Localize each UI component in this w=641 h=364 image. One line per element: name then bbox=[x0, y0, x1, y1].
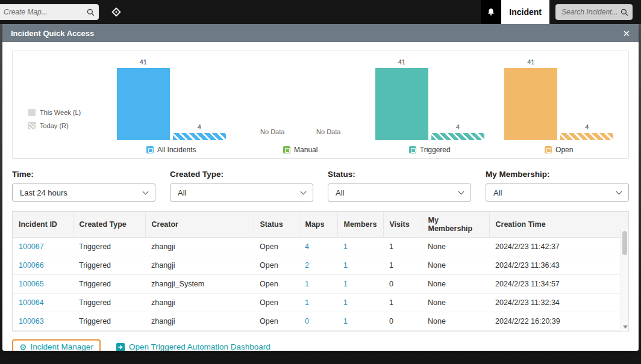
maps-link[interactable]: 2 bbox=[305, 261, 309, 270]
bar-value-label: 4 bbox=[456, 123, 460, 131]
visits-cell: 1 bbox=[389, 298, 393, 307]
group-label-text: Manual bbox=[294, 146, 317, 154]
filter-bar: Time: Last 24 hours Created Type: All St… bbox=[12, 170, 629, 202]
no-data-label: No Data bbox=[316, 128, 340, 135]
incident-searchbox[interactable] bbox=[555, 4, 633, 20]
all-incidents-icon bbox=[146, 146, 154, 153]
maps-link[interactable]: 0 bbox=[305, 317, 309, 325]
table-scrollbar[interactable] bbox=[621, 229, 628, 331]
open-dashboard-label: Open Triggered Automation Dashboard bbox=[129, 342, 270, 351]
incident-table: Incident ID Created Type Creator Status … bbox=[12, 211, 629, 332]
triggered-icon bbox=[409, 146, 416, 153]
group-label-triggered: Triggered bbox=[409, 146, 451, 154]
table-row[interactable]: 100063 Triggered zhangji Open 0 1 0 None… bbox=[13, 312, 628, 331]
creator-cell: zhangji bbox=[151, 317, 175, 325]
incident-button[interactable]: Incident bbox=[481, 0, 549, 24]
members-link[interactable]: 1 bbox=[343, 242, 348, 251]
col-header[interactable]: My Membership bbox=[422, 212, 489, 238]
membership-filter: My Membership: All bbox=[486, 170, 629, 202]
modal-body: This Week (L) Today (R) 41 bbox=[2, 42, 639, 351]
created-type-cell: Triggered bbox=[79, 280, 111, 288]
table-row[interactable]: 100066 Triggered zhangji Open 2 1 1 None… bbox=[13, 256, 628, 275]
top-bar: Incident bbox=[0, 0, 641, 24]
status-cell: Open bbox=[260, 280, 278, 288]
today-bar[interactable] bbox=[173, 133, 226, 140]
created-type-cell: Triggered bbox=[79, 261, 111, 270]
open-dashboard-link[interactable]: Open Triggered Automation Dashboard bbox=[116, 342, 270, 351]
membership-cell: None bbox=[428, 261, 446, 270]
group-label-open: Open bbox=[545, 146, 573, 154]
created-type-cell: Triggered bbox=[79, 298, 111, 307]
col-header[interactable]: Maps bbox=[299, 212, 337, 238]
status-filter-select[interactable]: All bbox=[328, 184, 471, 202]
membership-filter-select[interactable]: All bbox=[486, 184, 629, 202]
table-row[interactable]: 100064 Triggered zhangji Open 1 1 1 None… bbox=[13, 294, 628, 312]
bar-value-label: 41 bbox=[527, 58, 534, 66]
close-icon[interactable]: ✕ bbox=[622, 29, 630, 38]
time-filter-select[interactable]: Last 24 hours bbox=[12, 184, 155, 202]
group-label-text: Triggered bbox=[420, 146, 451, 154]
chevron-down-icon bbox=[616, 188, 622, 194]
manual-icon bbox=[283, 146, 290, 153]
status-filter-label: Status: bbox=[328, 170, 471, 179]
col-header[interactable]: Creation Time bbox=[489, 212, 628, 238]
created-type-filter-value: All bbox=[178, 188, 186, 197]
chevron-down-icon bbox=[143, 188, 149, 194]
visits-cell: 1 bbox=[389, 261, 393, 270]
this-week-bar[interactable] bbox=[117, 68, 170, 140]
col-header[interactable]: Incident ID bbox=[13, 212, 73, 238]
maps-link[interactable]: 1 bbox=[305, 280, 309, 288]
col-header[interactable]: Status bbox=[254, 212, 299, 238]
incident-manager-button[interactable]: ⚙ Incident Manager bbox=[12, 339, 101, 351]
chart-group-manual: No Data No Data Manual bbox=[236, 57, 366, 155]
chevron-down-icon bbox=[301, 188, 307, 194]
this-week-bar[interactable] bbox=[504, 68, 557, 140]
members-link[interactable]: 1 bbox=[343, 317, 348, 325]
today-bar[interactable] bbox=[560, 133, 613, 140]
created-type-cell: Triggered bbox=[79, 242, 111, 251]
this-week-swatch-icon bbox=[28, 109, 36, 116]
members-link[interactable]: 1 bbox=[343, 298, 348, 307]
maps-link[interactable]: 4 bbox=[305, 242, 309, 251]
bar-value-label: 41 bbox=[140, 58, 147, 66]
table-row[interactable]: 100065 Triggered zhangji_System Open 1 1… bbox=[13, 275, 628, 294]
col-header[interactable]: Visits bbox=[383, 212, 422, 238]
creation-time-cell: 2024/2/22 16:20:39 bbox=[495, 317, 560, 325]
status-filter-value: All bbox=[336, 188, 344, 197]
create-map-input[interactable] bbox=[4, 8, 86, 16]
members-link[interactable]: 1 bbox=[343, 261, 348, 270]
scrollbar-thumb[interactable] bbox=[622, 231, 627, 255]
this-week-bar[interactable] bbox=[375, 68, 428, 140]
today-bar[interactable] bbox=[431, 133, 484, 140]
col-header[interactable]: Members bbox=[337, 212, 383, 238]
app-logo-icon[interactable] bbox=[111, 7, 122, 17]
legend-today: Today (R) bbox=[28, 122, 107, 129]
incident-id-link[interactable]: 100066 bbox=[19, 261, 44, 270]
status-cell: Open bbox=[260, 298, 278, 307]
created-type-filter-select[interactable]: All bbox=[170, 184, 313, 202]
incident-id-link[interactable]: 100064 bbox=[19, 298, 44, 307]
chevron-down-icon bbox=[458, 188, 464, 194]
visits-cell: 0 bbox=[389, 280, 393, 288]
col-header[interactable]: Created Type bbox=[73, 212, 145, 238]
search-icon bbox=[86, 8, 95, 17]
scroll-down-arrow-icon[interactable] bbox=[623, 325, 628, 329]
chart-legend: This Week (L) Today (R) bbox=[17, 57, 107, 155]
incident-manager-label: Incident Manager bbox=[31, 342, 93, 351]
membership-filter-label: My Membership: bbox=[486, 170, 629, 179]
membership-cell: None bbox=[428, 317, 446, 325]
incident-id-link[interactable]: 100067 bbox=[19, 242, 44, 251]
col-header[interactable]: Creator bbox=[145, 212, 254, 238]
incident-id-link[interactable]: 100065 bbox=[19, 280, 44, 288]
created-type-cell: Triggered bbox=[79, 317, 111, 325]
time-filter: Time: Last 24 hours bbox=[12, 170, 155, 202]
create-map-searchbox[interactable] bbox=[0, 4, 99, 20]
no-data-label: No Data bbox=[260, 128, 284, 135]
today-swatch-icon bbox=[28, 122, 36, 129]
incident-id-link[interactable]: 100063 bbox=[19, 317, 44, 325]
incident-search-input[interactable] bbox=[561, 8, 620, 16]
legend-label: Today (R) bbox=[40, 122, 69, 129]
table-row[interactable]: 100067 Triggered zhangji Open 4 1 1 None… bbox=[13, 238, 628, 256]
members-link[interactable]: 1 bbox=[343, 280, 348, 288]
maps-link[interactable]: 1 bbox=[305, 298, 309, 307]
